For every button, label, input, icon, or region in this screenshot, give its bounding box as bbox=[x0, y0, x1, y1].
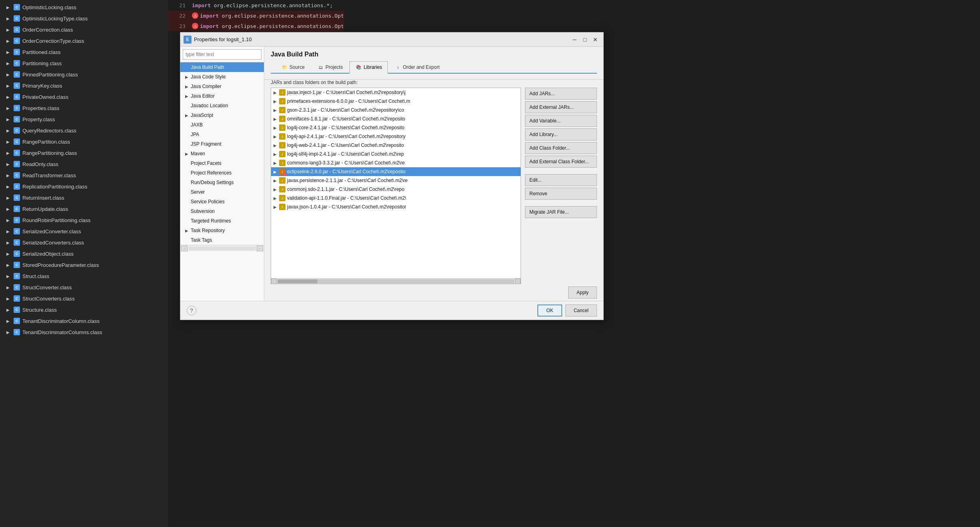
nav-item-jpa[interactable]: JPA bbox=[180, 130, 264, 139]
jar-item-log4j-slf4j[interactable]: ▶ J log4j-slf4j-impl-2.4.1.jar - C:\User… bbox=[271, 150, 521, 158]
jar-item-log4j-core[interactable]: ▶ J log4j-core-2.4.1.jar - C:\Users\Carl… bbox=[271, 123, 521, 132]
tree-item[interactable]: ▶ StructConverters.class bbox=[0, 293, 168, 304]
file-tree-panel: ▶ OptimisticLocking.class ▶ OptimisticLo… bbox=[0, 0, 168, 527]
tree-item[interactable]: ▶ Structure.class bbox=[0, 304, 168, 315]
jar-label-commonj-sdo: commonj.sdo-2.1.1.jar - C:\Users\Carl Co… bbox=[287, 186, 404, 192]
jar-expand-arrow: ▶ bbox=[273, 152, 279, 156]
tree-item[interactable]: ▶ Partitioned.class bbox=[0, 46, 168, 58]
tree-item[interactable]: ▶ OrderCorrectionType.class bbox=[0, 35, 168, 46]
tree-item[interactable]: ▶ TenantDiscriminatorColumns.class bbox=[0, 327, 168, 338]
tree-item[interactable]: ▶ PrimaryKey.class bbox=[0, 80, 168, 91]
nav-item-javadoc-location[interactable]: Javadoc Location bbox=[180, 101, 264, 110]
tree-item[interactable]: ▶ RangePartitioning.class bbox=[0, 147, 168, 158]
jar-item-log4j-web[interactable]: ▶ J log4j-web-2.4.1.jar - C:\Users\Carl … bbox=[271, 141, 521, 150]
tree-item-label: OrderCorrectionType.class bbox=[22, 38, 84, 44]
jar-expand-arrow: ▶ bbox=[273, 196, 279, 200]
tree-item[interactable]: ▶ ReturnInsert.class bbox=[0, 192, 168, 203]
jar-item-validation-api[interactable]: ▶ J validation-api-1.1.0.Final.jar - C:\… bbox=[271, 194, 521, 202]
tab-source[interactable]: 📁 Source bbox=[275, 61, 311, 73]
nav-item-service-policies[interactable]: Service Policies bbox=[180, 197, 264, 206]
remove-button[interactable]: Remove bbox=[525, 188, 597, 200]
nav-item-subversion[interactable]: Subversion bbox=[180, 206, 264, 216]
jar-item-javax-persistence[interactable]: ▶ J javax.persistence-2.1.1.jar - C:\Use… bbox=[271, 176, 521, 185]
tree-item[interactable]: ▶ PinnedPartitioning.class bbox=[0, 69, 168, 80]
minimize-button[interactable]: ─ bbox=[570, 35, 579, 44]
jar-item-eclipselink[interactable]: ▶ J eclipselink-2.6.0.jar - C:\Users\Car… bbox=[271, 167, 521, 176]
add-class-folder-button[interactable]: Add Class Folder... bbox=[525, 142, 597, 154]
dialog-window-controls[interactable]: ─ □ ✕ bbox=[570, 35, 600, 44]
dialog-app-icon: E bbox=[184, 36, 192, 44]
tree-item[interactable]: ▶ RoundRobinPartitioning.class bbox=[0, 214, 168, 226]
tab-projects[interactable]: 🗂 Projects bbox=[311, 61, 349, 73]
jar-item-commons-lang3[interactable]: ▶ J commons-lang3-3.3.2.jar - C:\Users\C… bbox=[271, 158, 521, 167]
cancel-button[interactable]: Cancel bbox=[565, 305, 597, 317]
tree-item[interactable]: ▶ StructConverter.class bbox=[0, 282, 168, 293]
nav-item-jsp-fragment[interactable]: JSP Fragment bbox=[180, 139, 264, 149]
add-library-button[interactable]: Add Library... bbox=[525, 128, 597, 140]
maximize-button[interactable]: □ bbox=[580, 35, 590, 44]
nav-item-task-tags[interactable]: Task Tags bbox=[180, 235, 264, 245]
nav-item-run-debug-settings[interactable]: Run/Debug Settings bbox=[180, 178, 264, 187]
nav-item-jaxb[interactable]: JAXB bbox=[180, 120, 264, 130]
tree-item[interactable]: ▶ Partitioning.class bbox=[0, 58, 168, 69]
help-button[interactable]: ? bbox=[187, 306, 196, 315]
nav-hscroll-right[interactable]: ▶ bbox=[257, 246, 263, 251]
jar-item-javax-json[interactable]: ▶ J javax.json-1.0.4.jar - C:\Users\Carl… bbox=[271, 202, 521, 211]
jar-item-javax-inject[interactable]: ▶ J javax.inject-1.jar - C:\Users\Carl C… bbox=[271, 88, 521, 97]
nav-item-java-editor[interactable]: ▶ Java Editor bbox=[180, 91, 264, 101]
line-number: 22 bbox=[171, 13, 186, 19]
jar-list-hscroll-left[interactable]: ◀ bbox=[271, 279, 277, 284]
tree-item[interactable]: ▶ ReplicationPartitioning.class bbox=[0, 181, 168, 192]
jar-item-commonj-sdo[interactable]: ▶ J commonj.sdo-2.1.1.jar - C:\Users\Car… bbox=[271, 185, 521, 194]
nav-item-arrow: ▶ bbox=[185, 113, 190, 118]
code-line: 21 import org.eclipse.persistence.annota… bbox=[168, 0, 344, 10]
tree-item[interactable]: ▶ PrivateOwned.class bbox=[0, 91, 168, 102]
nav-hscroll[interactable]: ◀ ▶ bbox=[180, 245, 264, 251]
tree-item[interactable]: ▶ OptimisticLocking.class bbox=[0, 2, 168, 13]
tree-item[interactable]: ▶ OptimisticLockingType.class bbox=[0, 13, 168, 24]
nav-item-maven[interactable]: ▶ Maven bbox=[180, 149, 264, 158]
jar-item-omnifaces[interactable]: ▶ J omnifaces-1.8.1.jar - C:\Users\Carl … bbox=[271, 114, 521, 123]
nav-item-java-compiler[interactable]: ▶ Java Compiler bbox=[180, 82, 264, 91]
tree-item[interactable]: ▶ Property.class bbox=[0, 114, 168, 125]
nav-item-javascript[interactable]: ▶ JavaScript bbox=[180, 110, 264, 120]
tree-item[interactable]: ▶ TenantDiscriminatorColumn.class bbox=[0, 315, 168, 327]
nav-item-project-references[interactable]: Project References bbox=[180, 168, 264, 178]
nav-item-targeted-runtimes[interactable]: Targeted Runtimes bbox=[180, 216, 264, 226]
tree-item[interactable]: ▶ RangePartition.class bbox=[0, 136, 168, 147]
tree-item[interactable]: ▶ ReadOnly.class bbox=[0, 158, 168, 170]
nav-item-java-build-path[interactable]: Java Build Path bbox=[180, 62, 264, 72]
tab-libraries[interactable]: 📚 Libraries bbox=[349, 61, 388, 74]
jar-list-hscroll[interactable]: ◀ ▶ bbox=[271, 278, 521, 284]
jar-item-gson[interactable]: ▶ J gson-2.3.1.jar - C:\Users\Carl Coche… bbox=[271, 106, 521, 114]
add-external-jars-button[interactable]: Add External JARs... bbox=[525, 101, 597, 113]
nav-item-server[interactable]: Server bbox=[180, 187, 264, 197]
add-variable-button[interactable]: Add Variable... bbox=[525, 115, 597, 127]
close-button[interactable]: ✕ bbox=[591, 35, 600, 44]
tree-item[interactable]: ▶ SerializedConverter.class bbox=[0, 226, 168, 237]
tree-item[interactable]: ▶ SerializedObject.class bbox=[0, 248, 168, 259]
tree-item[interactable]: ▶ Properties.class bbox=[0, 102, 168, 114]
migrate-jar-button[interactable]: Migrate JAR File... bbox=[525, 206, 597, 218]
nav-item-project-facets[interactable]: Project Facets bbox=[180, 158, 264, 168]
apply-button[interactable]: Apply bbox=[568, 287, 597, 299]
ok-button[interactable]: OK bbox=[537, 305, 562, 317]
tree-item[interactable]: ▶ Struct.class bbox=[0, 271, 168, 282]
tree-item[interactable]: ▶ OrderCorrection.class bbox=[0, 24, 168, 35]
edit-button[interactable]: Edit... bbox=[525, 174, 597, 186]
tree-item[interactable]: ▶ SerializedConverters.class bbox=[0, 237, 168, 248]
tree-item[interactable]: ▶ ReturnUpdate.class bbox=[0, 203, 168, 214]
tree-item[interactable]: ▶ StoredProcedureParameter.class bbox=[0, 259, 168, 271]
jar-list-hscroll-right[interactable]: ▶ bbox=[515, 279, 521, 284]
jar-item-log4j-api[interactable]: ▶ J log4j-api-2.4.1.jar - C:\Users\Carl … bbox=[271, 132, 521, 141]
add-external-class-folder-button[interactable]: Add External Class Folder... bbox=[525, 156, 597, 168]
tree-item[interactable]: ▶ ReadTransformer.class bbox=[0, 170, 168, 181]
add-jars-button[interactable]: Add JARs... bbox=[525, 88, 597, 100]
tree-item[interactable]: ▶ QueryRedirectors.class bbox=[0, 125, 168, 136]
tab-order-export[interactable]: ↕ Order and Export bbox=[389, 61, 445, 73]
nav-hscroll-left[interactable]: ◀ bbox=[181, 246, 188, 251]
filter-input[interactable] bbox=[183, 49, 261, 60]
nav-item-task-repository[interactable]: ▶ Task Repository bbox=[180, 226, 264, 235]
nav-item-java-code-style[interactable]: ▶ Java Code Style bbox=[180, 72, 264, 82]
jar-item-primefaces-extensions[interactable]: ▶ J primefaces-extensions-6.0.0.jar - C:… bbox=[271, 97, 521, 106]
